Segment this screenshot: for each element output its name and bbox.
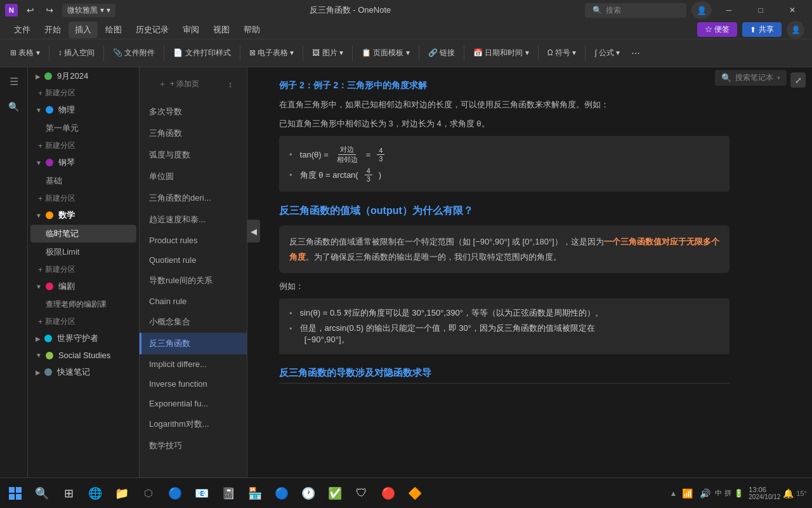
close-button[interactable]: ✕ (778, 0, 807, 20)
taskbar-extra-button[interactable]: 🔶 (402, 481, 428, 506)
taskbar-mail-button[interactable]: 📧 (189, 481, 214, 506)
range-section: 反三角函数的值域（output）为什么有限？ 反三角函数的值域通常被限制在一个特… (279, 204, 730, 354)
page-item-exponential[interactable]: Exponential fu... (140, 394, 247, 413)
notification-button[interactable]: 🔔 (783, 488, 794, 498)
menu-home[interactable]: 开始 (38, 22, 67, 38)
notebook-search[interactable]: 🔍 搜索笔记本 ▾ (715, 70, 787, 86)
menu-file[interactable]: 文件 (8, 22, 37, 38)
taskbar-store-button[interactable]: 🏪 (242, 481, 268, 506)
sidebar-item-math-temp[interactable]: 临时笔记 (30, 225, 136, 243)
windows-start-button[interactable] (3, 481, 28, 506)
image-button[interactable]: 🖼 图片 ▾ (307, 45, 348, 61)
page-item-inverse[interactable]: Inverse function (140, 374, 247, 394)
page-item-mathtricks[interactable]: 数学技巧 (140, 435, 247, 457)
table-button[interactable]: ⊞ 表格 ▾ (5, 45, 45, 61)
account-icon[interactable]: 👤 (787, 21, 804, 39)
ime-zh[interactable]: 中 (715, 488, 722, 498)
spreadsheet-button[interactable]: ⊠ 电子表格 ▾ (244, 45, 299, 61)
add-page-button[interactable]: ＋+ 添加页 (152, 75, 206, 93)
print-style-button[interactable]: 📄 文件打印样式 (168, 45, 235, 61)
page-template-button[interactable]: 📋 页面模板 ▾ (357, 45, 415, 61)
taskbar-browser-button[interactable]: 🔵 (162, 481, 188, 506)
taskbar-browser3-button[interactable]: 🔴 (376, 481, 401, 506)
taskbar-check-button[interactable]: ✅ (322, 481, 348, 506)
add-section-sept[interactable]: +新建分区 (28, 85, 139, 101)
page-item-trigderiv[interactable]: 三角函数的deri... (140, 187, 247, 209)
minimize-button[interactable]: ─ (714, 0, 743, 20)
page-item-derivrel[interactable]: 导数rule间的关系 (140, 270, 247, 291)
add-section-math[interactable]: +新建分区 (28, 262, 139, 277)
link-button[interactable]: 🔗 链接 (423, 45, 460, 61)
taskbar-edge-button[interactable]: 🌐 (82, 481, 108, 506)
add-section-physics[interactable]: +新建分区 (28, 138, 139, 154)
sidebar-section-quicknote[interactable]: ▶ 快速笔记 (28, 363, 139, 381)
nav-search-button[interactable]: 🔍 (4, 97, 24, 117)
sidebar-section-sept2024[interactable]: ▶ 9月2024 (28, 67, 139, 85)
sidebar-section-drama[interactable]: ▼ 编剧 (28, 277, 139, 295)
datetime-button[interactable]: 📅 日期和时间 ▾ (468, 45, 534, 61)
menu-insert[interactable]: 插入 (69, 22, 98, 38)
taskbar-onenote-button[interactable]: 📓 (216, 481, 241, 506)
battery-icon[interactable]: 🔋 (734, 489, 743, 498)
page-item-productrule[interactable]: Product rules (140, 231, 247, 250)
range-ex2: • 但是，arcsin(0.5) 的输出只能定一个值，即 30°，因为反三角函数… (289, 323, 719, 345)
ime-pin[interactable]: 拼 (724, 488, 731, 498)
page-item-quotientrule[interactable]: Quotient rule (140, 250, 247, 270)
show-hidden-icons-button[interactable]: ▲ (669, 489, 677, 498)
page-item-approx[interactable]: 趋近速度和泰... (140, 209, 247, 231)
page-item-chainrule[interactable]: Chain rule (140, 291, 247, 311)
undo-button[interactable]: ↩ (23, 3, 38, 18)
insert-space-button[interactable]: ↕ 插入空间 (53, 45, 100, 61)
footer-heading: 反三角函数的导数涉及对隐函数求导 (279, 367, 730, 384)
menu-draw[interactable]: 绘图 (99, 22, 128, 38)
add-section-piano[interactable]: +新建分区 (28, 190, 139, 206)
symbol-button[interactable]: Ω 符号 ▾ (542, 45, 582, 61)
page-item-logarithm[interactable]: Logarithm对数... (140, 413, 247, 435)
sidebar-item-drama-course[interactable]: 查理老师的编剧课 (30, 296, 136, 313)
volume-icon[interactable]: 🔊 (697, 486, 712, 501)
formula-button[interactable]: ∫ 公式 ▾ (589, 45, 625, 61)
share-button[interactable]: ⬆共享 (742, 22, 782, 37)
sidebar-item-piano-basics[interactable]: 基础 (30, 172, 136, 190)
sidebar-item-physics-unit1[interactable]: 第一单元 (30, 119, 136, 137)
page-item-radians[interactable]: 弧度与度数 (140, 144, 247, 166)
page-item-trig[interactable]: 三角函数 (140, 123, 247, 144)
menu-review[interactable]: 审阅 (176, 22, 206, 38)
font-dropdown[interactable]: 微软雅黑 ▾ ▾ (62, 4, 115, 17)
toolbar-more-button[interactable]: ··· (627, 45, 643, 62)
sidebar-section-physics[interactable]: ▼ 物理 (28, 101, 139, 119)
taskbar-clock-button[interactable]: 🕐 (296, 481, 321, 506)
maximize-button[interactable]: □ (746, 0, 775, 20)
search-bar[interactable]: 🔍 搜索 (585, 3, 686, 18)
fraction-43: 对边 相邻边 (335, 145, 360, 164)
user-avatar[interactable]: 👤 (691, 1, 712, 19)
redo-button[interactable]: ↩ (42, 3, 57, 18)
sidebar-section-piano[interactable]: ▼ 钢琴 (28, 154, 139, 171)
sort-pages-button[interactable]: ↕ (221, 76, 239, 93)
sidebar-item-math-limit[interactable]: 极限Limit (30, 243, 136, 261)
page-item-unitcircle[interactable]: 单位圆 (140, 166, 247, 187)
attachment-button[interactable]: 📎 文件附件 (108, 45, 160, 61)
menu-view[interactable]: 视图 (207, 22, 236, 38)
collapse-sidebar-button[interactable]: ◀ (247, 220, 260, 243)
page-item-smallconcepts[interactable]: 小概念集合 (140, 311, 247, 333)
menu-history[interactable]: 历史记录 (129, 22, 175, 38)
taskbar-browser2-button[interactable]: 🔵 (269, 481, 294, 506)
taskbar-search-button[interactable]: 🔍 (29, 481, 55, 506)
page-item-implicit[interactable]: Implicit differe... (140, 354, 247, 374)
network-icon[interactable]: 📶 (679, 486, 695, 501)
taskbar-files-button[interactable]: 📁 (109, 481, 134, 506)
add-section-drama[interactable]: +新建分区 (28, 314, 139, 330)
nav-menu-button[interactable]: ☰ (4, 71, 24, 91)
sidebar-section-math[interactable]: ▼ 数学 (28, 206, 139, 224)
taskbar-taskview-button[interactable]: ⊞ (56, 481, 81, 506)
taskbar-item5[interactable]: ⬡ (136, 481, 161, 506)
page-item-polynomial[interactable]: 多次导数 (140, 101, 247, 123)
favorites-button[interactable]: ☆ 便签 (697, 22, 737, 37)
taskbar-shield-button[interactable]: 🛡 (349, 481, 374, 506)
sidebar-section-social[interactable]: ▼ Social Studies (28, 347, 139, 363)
menu-help[interactable]: 帮助 (237, 22, 266, 38)
expand-content-button[interactable]: ⤢ (790, 72, 806, 88)
sidebar-section-worldguard[interactable]: ▶ 世界守护者 (28, 330, 139, 347)
page-item-arcfunc[interactable]: 反三角函数 (140, 333, 247, 354)
